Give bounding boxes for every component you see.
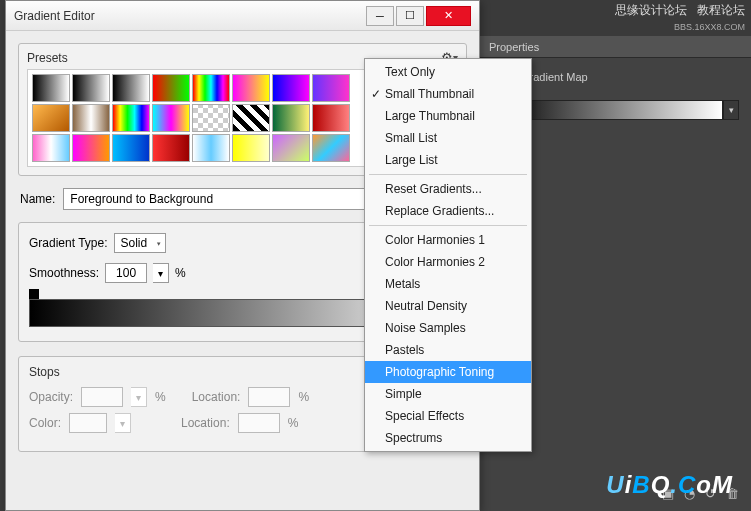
minimize-button[interactable]: ─	[366, 6, 394, 26]
preset-swatch[interactable]	[312, 74, 350, 102]
preset-swatch[interactable]	[72, 74, 110, 102]
preset-swatch[interactable]	[232, 104, 270, 132]
properties-tab-label: Properties	[489, 41, 539, 53]
opacity-location-label: Location:	[192, 390, 241, 404]
menu-item[interactable]: Replace Gradients...	[365, 200, 531, 222]
close-button[interactable]: ✕	[426, 6, 471, 26]
watermark-url: BBS.16XX8.COM	[674, 22, 745, 32]
opacity-stepper: ▾	[131, 387, 147, 407]
opacity-label: Opacity:	[29, 390, 73, 404]
preset-swatch[interactable]	[272, 134, 310, 162]
preset-swatch[interactable]	[112, 74, 150, 102]
watermark-cn2: 教程论坛	[697, 3, 745, 17]
preset-swatch[interactable]	[192, 74, 230, 102]
menu-item[interactable]: Color Harmonies 1	[365, 229, 531, 251]
menu-item[interactable]: Spectrums	[365, 427, 531, 449]
opacity-input	[81, 387, 123, 407]
menu-separator	[369, 225, 527, 226]
opacity-location-percent: %	[298, 390, 309, 404]
menu-item[interactable]: Large Thumbnail	[365, 105, 531, 127]
menu-item[interactable]: Simple	[365, 383, 531, 405]
opacity-stop[interactable]	[29, 289, 39, 299]
menu-item[interactable]: Photographic Toning	[365, 361, 531, 383]
gradient-type-value: Solid	[121, 236, 148, 250]
titlebar[interactable]: Gradient Editor ─ ☐ ✕	[6, 1, 479, 31]
color-label: Color:	[29, 416, 61, 430]
window-title: Gradient Editor	[14, 9, 366, 23]
name-label: Name:	[20, 192, 55, 206]
opacity-percent: %	[155, 390, 166, 404]
menu-item[interactable]: Color Harmonies 2	[365, 251, 531, 273]
preset-swatch[interactable]	[192, 134, 230, 162]
preset-swatch[interactable]	[112, 104, 150, 132]
preset-swatch[interactable]	[152, 134, 190, 162]
menu-item[interactable]: Reset Gradients...	[365, 178, 531, 200]
gradient-type-label: Gradient Type:	[29, 236, 108, 250]
menu-item[interactable]: Neutral Density	[365, 295, 531, 317]
menu-item[interactable]: Text Only	[365, 61, 531, 83]
preset-swatch[interactable]	[72, 134, 110, 162]
preset-swatch[interactable]	[32, 104, 70, 132]
menu-item[interactable]: Noise Samples	[365, 317, 531, 339]
menu-separator	[369, 174, 527, 175]
preset-swatch[interactable]	[152, 74, 190, 102]
preset-swatch[interactable]	[152, 104, 190, 132]
preset-swatch[interactable]	[312, 104, 350, 132]
menu-item[interactable]: Small Thumbnail	[365, 83, 531, 105]
menu-item[interactable]: Small List	[365, 127, 531, 149]
smoothness-stepper[interactable]: ▾	[153, 263, 169, 283]
menu-item[interactable]: Large List	[365, 149, 531, 171]
color-input	[69, 413, 107, 433]
smoothness-percent: %	[175, 266, 186, 280]
logo-watermark: UiBQ.CoM	[606, 471, 733, 499]
preset-swatch[interactable]	[232, 74, 270, 102]
preset-swatch[interactable]	[272, 74, 310, 102]
preset-swatch[interactable]	[272, 104, 310, 132]
color-location-label: Location:	[181, 416, 230, 430]
preset-swatch[interactable]	[312, 134, 350, 162]
color-location-input	[238, 413, 280, 433]
opacity-location-input	[248, 387, 290, 407]
menu-item[interactable]: Pastels	[365, 339, 531, 361]
preset-swatch[interactable]	[192, 104, 230, 132]
color-stepper: ▾	[115, 413, 131, 433]
maximize-button[interactable]: ☐	[396, 6, 424, 26]
preset-swatch[interactable]	[72, 104, 110, 132]
presets-label: Presets	[27, 51, 68, 65]
preset-swatch[interactable]	[112, 134, 150, 162]
presets-context-menu: Text OnlySmall ThumbnailLarge ThumbnailS…	[364, 58, 532, 452]
smoothness-label: Smoothness:	[29, 266, 99, 280]
smoothness-input[interactable]	[105, 263, 147, 283]
menu-item[interactable]: Metals	[365, 273, 531, 295]
preset-swatch[interactable]	[232, 134, 270, 162]
properties-tab[interactable]: Properties	[479, 36, 751, 58]
menu-item[interactable]: Special Effects	[365, 405, 531, 427]
color-location-percent: %	[288, 416, 299, 430]
gradient-map-dropdown[interactable]: ▾	[723, 100, 739, 120]
preset-swatch[interactable]	[32, 74, 70, 102]
top-watermark: 思缘设计论坛 教程论坛 BBS.16XX8.COM	[615, 2, 745, 33]
gradient-type-select[interactable]: Solid	[114, 233, 167, 253]
preset-swatch[interactable]	[32, 134, 70, 162]
watermark-cn1: 思缘设计论坛	[615, 3, 687, 17]
